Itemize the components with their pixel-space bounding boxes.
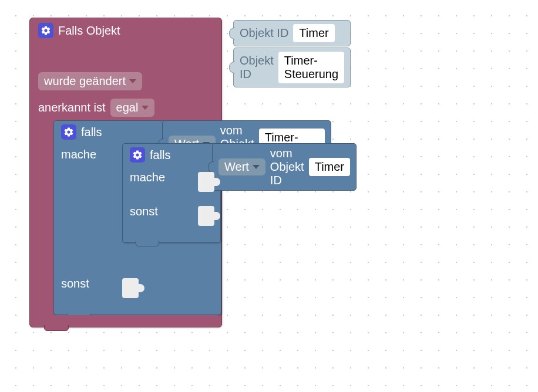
gear-icon[interactable] (38, 23, 53, 38)
blockly-workspace[interactable]: Falls Objekt wurde geändert anerkannt is… (0, 0, 538, 392)
get-value-block[interactable]: Wert vom Objekt ID Timer (212, 143, 357, 191)
object-id-block[interactable]: Objekt ID Timer-Steuerung (233, 48, 351, 87)
empty-slot[interactable] (198, 166, 220, 200)
gear-icon[interactable] (61, 124, 76, 140)
event-trigger-block[interactable]: Falls Objekt wurde geändert anerkannt is… (29, 18, 222, 327)
sonst-label-inner: sonst (123, 200, 198, 226)
mache-text: mache (61, 148, 96, 161)
empty-slot[interactable] (198, 200, 220, 234)
falls-label: falls (81, 126, 102, 139)
object-id-field[interactable]: Timer (309, 158, 350, 176)
wert-dropdown[interactable]: Wert (218, 158, 265, 175)
object-id-label: Objekt ID (240, 26, 288, 40)
empty-slot[interactable] (122, 272, 144, 306)
sonst-text: sonst (130, 205, 158, 218)
mache-label-inner: mache (123, 166, 198, 192)
object-id-field[interactable]: Timer (293, 24, 334, 42)
chevron-down-icon (253, 165, 260, 169)
chevron-down-icon (142, 106, 149, 110)
object-id-label: Objekt ID (240, 54, 274, 81)
ack-dropdown[interactable]: egal (110, 99, 155, 117)
object-id-field[interactable]: Timer-Steuerung (278, 52, 344, 83)
sonst-label-outer: sonst (54, 272, 122, 298)
if-else-block-inner[interactable]: falls Wert vom Objekt ID (122, 143, 221, 243)
vom-label: vom Objekt ID (270, 147, 304, 187)
sonst-text: sonst (61, 277, 89, 290)
wert-dropdown-label: Wert (224, 160, 249, 174)
condition-dropdown[interactable]: wurde geändert (38, 72, 142, 90)
mache-label-outer: mache (54, 143, 122, 169)
gear-icon[interactable] (130, 147, 145, 163)
chevron-down-icon (129, 79, 136, 83)
object-id-block[interactable]: Objekt ID Timer (233, 20, 351, 46)
event-title: Falls Objekt (58, 24, 120, 38)
if-else-block-outer[interactable]: falls Wert vom Objekt ID Timer-Steuerung (53, 120, 221, 315)
ack-label: anerkannt ist (38, 101, 106, 114)
mache-text: mache (130, 171, 165, 184)
ack-dropdown-label: egal (116, 101, 139, 114)
falls-label: falls (150, 148, 171, 162)
condition-dropdown-label: wurde geändert (44, 75, 126, 88)
